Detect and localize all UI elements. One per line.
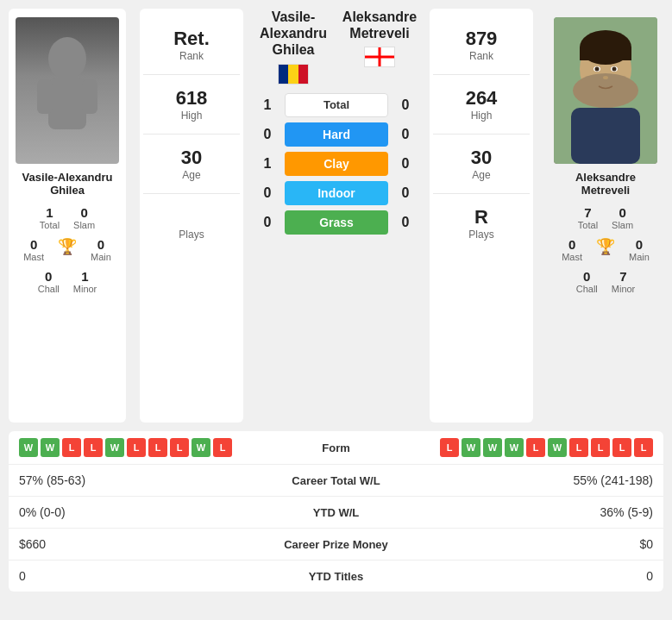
right-chall-value: 0: [583, 269, 590, 284]
indoor-btn[interactable]: Indoor: [285, 181, 388, 205]
right-total-label: Total: [578, 220, 598, 230]
left-player-photo: [16, 17, 119, 164]
right-mast-value: 0: [568, 237, 575, 252]
right-total-score: 0: [388, 97, 423, 113]
clay-btn[interactable]: Clay: [285, 152, 388, 176]
left-plays-label: Plays: [179, 229, 204, 241]
right-minor-stat: 7 Minor: [612, 269, 636, 294]
right-stat-row-chall: 0 Chall 7 Minor: [554, 269, 657, 294]
left-chall-stat: 0 Chall: [38, 269, 60, 294]
right-rank-label: Rank: [469, 50, 493, 62]
left-slam-value: 0: [80, 205, 87, 220]
right-age-block: 30 Age: [433, 135, 530, 194]
bottom-section: WWLLWLLLWL Form LWWWLWLLLL 57% (85-63)Ca…: [9, 431, 663, 592]
stats-right-val-1: 36% (5-9): [423, 505, 654, 519]
left-age-label: Age: [182, 169, 200, 181]
left-rank-label: Rank: [179, 50, 204, 62]
left-rank-value: Ret.: [173, 28, 210, 50]
stats-right-val-3: 0: [423, 569, 654, 583]
right-player-card: Aleksandre Metreveli 7 Total 0 Slam 0 Ma…: [547, 9, 664, 423]
left-grass-score: 0: [250, 215, 285, 230]
stats-row-2: $660Career Prize Money$0: [9, 529, 663, 561]
stats-center-label-3: YTD Titles: [250, 570, 423, 583]
right-form-badge-w: W: [462, 438, 480, 457]
left-form-badge-w: W: [192, 438, 210, 457]
right-chall-label: Chall: [576, 284, 598, 294]
right-high-block: 264 High: [433, 75, 530, 135]
romania-flag: [278, 64, 309, 85]
left-slam-label: Slam: [73, 220, 95, 230]
right-trophy-icon: 🏆: [596, 237, 615, 262]
hard-btn[interactable]: Hard: [285, 122, 388, 147]
left-stat-row-total: 1 Total 0 Slam: [16, 205, 119, 230]
right-form-badge-l: L: [569, 438, 588, 457]
svg-point-12: [612, 67, 617, 72]
left-total-stat: 1 Total: [40, 205, 60, 230]
stats-left-val-2: $660: [19, 537, 250, 551]
right-chall-stat: 0 Chall: [576, 269, 598, 294]
right-name-center: AleksandreMetreveli: [342, 9, 417, 41]
grass-btn[interactable]: Grass: [285, 210, 388, 235]
right-main-label: Main: [629, 252, 650, 262]
left-high-value: 618: [176, 87, 208, 110]
stats-center-label-0: Career Total W/L: [250, 474, 423, 487]
left-form-badges: WWLLWLLLWL: [19, 438, 285, 457]
right-main-value: 0: [636, 237, 643, 252]
left-plays-value: [189, 206, 194, 229]
total-btn[interactable]: Total: [285, 93, 388, 117]
left-total-score: 1: [250, 97, 285, 113]
left-trophy-icon: 🏆: [58, 237, 77, 262]
left-form-badge-w: W: [105, 438, 124, 457]
right-player-photo: [554, 17, 657, 164]
stats-right-val-2: $0: [423, 537, 654, 551]
right-minor-value: 7: [619, 269, 626, 284]
main-container: Vasile-Alexandru Ghilea 1 Total 0 Slam 0…: [0, 0, 672, 592]
right-form-badge-l: L: [612, 438, 631, 457]
right-age-value: 30: [471, 147, 492, 169]
right-grass-score: 0: [388, 215, 423, 230]
svg-point-13: [603, 76, 608, 79]
left-rank-block: Ret. Rank: [143, 16, 240, 75]
stats-row-1: 0% (0-0)YTD W/L36% (5-9): [9, 497, 663, 529]
flag-yellow: [288, 65, 298, 84]
right-form-badge-w: W: [483, 438, 502, 457]
right-hard-score: 0: [388, 127, 423, 142]
right-rank-block: 879 Rank: [433, 16, 530, 75]
right-plays-block: R Plays: [433, 194, 530, 253]
left-player-header: Vasile-AlexandruGhilea: [250, 9, 336, 87]
right-total-stat: 7 Total: [578, 205, 598, 230]
right-player-name: Aleksandre Metreveli: [554, 171, 657, 197]
gc-horizontal: [365, 56, 394, 59]
right-stats-panel: 879 Rank 264 High 30 Age R Plays: [430, 9, 533, 423]
svg-rect-14: [571, 108, 640, 164]
left-minor-label: Minor: [73, 284, 97, 294]
left-form-badge-w: W: [19, 438, 38, 457]
left-form-badge-l: L: [148, 438, 167, 457]
right-player-header: AleksandreMetreveli: [336, 9, 423, 67]
right-slam-stat: 0 Slam: [612, 205, 633, 230]
left-minor-value: 1: [81, 269, 88, 284]
right-form-badge-w: W: [505, 438, 524, 457]
left-clay-score: 1: [250, 156, 285, 172]
stats-left-val-0: 57% (85-63): [19, 473, 250, 487]
left-chall-label: Chall: [38, 284, 60, 294]
svg-rect-8: [580, 47, 631, 60]
total-row: 1 Total 0: [250, 93, 423, 117]
left-age-block: 30 Age: [143, 135, 240, 194]
top-card-area: Vasile-Alexandru Ghilea 1 Total 0 Slam 0…: [0, 0, 672, 431]
left-form-badge-l: L: [213, 438, 232, 457]
left-player-name: Vasile-Alexandru Ghilea: [16, 171, 119, 197]
hard-row: 0 Hard 0: [250, 122, 423, 147]
left-stat-row-mast: 0 Mast 🏆 0 Main: [16, 237, 119, 262]
stats-left-val-3: 0: [19, 569, 250, 583]
left-mast-value: 0: [30, 237, 37, 252]
left-high-block: 618 High: [143, 75, 240, 135]
stats-right-val-0: 55% (241-198): [423, 473, 654, 487]
right-form-badge-l: L: [634, 438, 653, 457]
left-stats-panel: Ret. Rank 618 High 30 Age Plays: [140, 9, 243, 423]
right-clay-score: 0: [388, 156, 423, 172]
center-matchup: Vasile-AlexandruGhilea AleksandreMetreve…: [250, 9, 423, 423]
grass-row: 0 Grass 0: [250, 210, 423, 235]
flag-blue: [279, 65, 288, 84]
left-form-badge-l: L: [84, 438, 103, 457]
